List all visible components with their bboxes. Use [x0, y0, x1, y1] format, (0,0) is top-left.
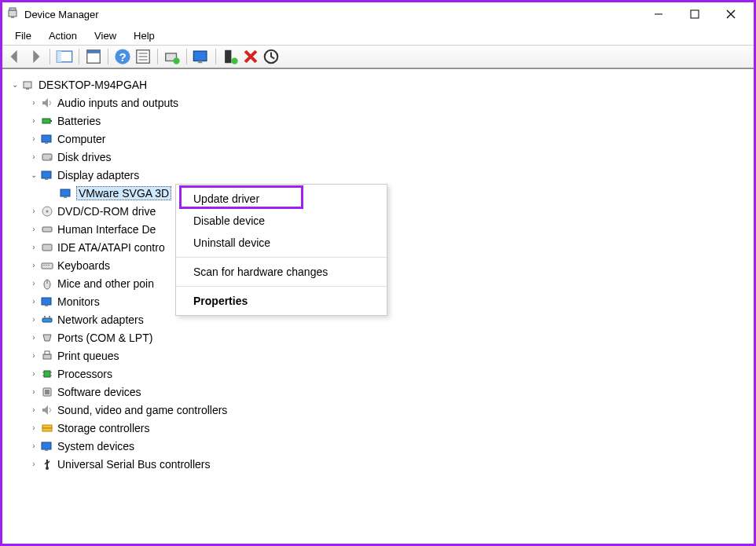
chevron-right-icon[interactable]: ›: [28, 223, 40, 236]
chevron-right-icon[interactable]: ›: [28, 151, 40, 163]
chevron-right-icon[interactable]: ›: [28, 97, 40, 109]
speaker-icon: [40, 403, 54, 417]
chevron-right-icon[interactable]: ›: [28, 386, 40, 398]
toolbar-separator: [50, 49, 50, 64]
chevron-right-icon[interactable]: ›: [28, 440, 40, 453]
monitor-icon: [40, 295, 54, 309]
svg-rect-48: [42, 318, 52, 322]
svg-rect-33: [45, 178, 48, 180]
window-title: Device Manager: [24, 9, 99, 20]
minimize-button[interactable]: [640, 2, 677, 26]
scan-hardware-button[interactable]: [262, 47, 281, 66]
storage-icon: [40, 421, 54, 435]
back-button[interactable]: [6, 47, 24, 66]
monitor-action-button[interactable]: [192, 47, 211, 66]
svg-rect-41: [43, 265, 45, 266]
forward-button[interactable]: [26, 47, 45, 66]
enable-device-button[interactable]: [221, 47, 240, 66]
svg-point-37: [46, 210, 49, 212]
disk-icon: [40, 150, 54, 164]
chevron-right-icon[interactable]: ›: [28, 458, 40, 471]
tree-node-audio[interactable]: ›Audio inputs and outputs: [6, 93, 754, 112]
svg-rect-34: [61, 189, 70, 196]
help-button[interactable]: ?: [113, 47, 132, 66]
usb-icon: [40, 457, 54, 471]
svg-rect-10: [87, 50, 101, 53]
svg-rect-29: [45, 142, 48, 144]
svg-rect-32: [42, 171, 51, 178]
chevron-right-icon[interactable]: ›: [28, 404, 40, 416]
close-button[interactable]: [713, 2, 749, 26]
speaker-icon: [40, 96, 54, 110]
tree-node-usb[interactable]: ›Universal Serial Bus controllers: [6, 455, 754, 473]
tree-node-storage[interactable]: ›Storage controllers: [6, 419, 754, 437]
tree-node-display[interactable]: ⌄Display adapters: [6, 166, 754, 184]
update-driver-button[interactable]: [163, 47, 182, 66]
software-icon: [40, 385, 54, 399]
chevron-right-icon[interactable]: ›: [28, 115, 40, 127]
network-icon: [40, 313, 54, 327]
tree-root-label: DESKTOP-M94PGAH: [39, 79, 147, 91]
context-menu: Update driver Disable device Uninstall d…: [175, 184, 387, 316]
svg-rect-38: [42, 227, 52, 232]
svg-rect-39: [42, 244, 52, 251]
tree-node-sound[interactable]: ›Sound, video and game controllers: [6, 401, 754, 419]
toolbar-separator: [215, 49, 216, 64]
tree-node-ports[interactable]: ›Ports (COM & LPT): [6, 328, 754, 346]
console-tree-button[interactable]: [55, 47, 74, 66]
tree-root[interactable]: ⌄ DESKTOP-M94PGAH: [6, 75, 754, 93]
chevron-right-icon[interactable]: ›: [28, 368, 40, 380]
chevron-right-icon[interactable]: ›: [28, 332, 40, 344]
tree-node-processors[interactable]: ›Processors: [6, 365, 754, 383]
svg-rect-28: [42, 135, 51, 142]
svg-rect-60: [42, 425, 52, 428]
tree-node-system[interactable]: ›System devices: [6, 437, 754, 455]
collapse-icon[interactable]: ⌄: [28, 169, 40, 181]
svg-rect-43: [48, 265, 50, 266]
properties-button[interactable]: [84, 47, 103, 66]
menu-action[interactable]: Action: [41, 28, 85, 43]
svg-point-64: [46, 467, 49, 470]
menu-view[interactable]: View: [86, 28, 124, 43]
toolbar-separator: [108, 49, 108, 64]
chevron-right-icon[interactable]: ›: [28, 133, 40, 145]
svg-rect-59: [45, 390, 50, 394]
chevron-right-icon[interactable]: ›: [28, 205, 40, 218]
svg-rect-42: [46, 265, 47, 266]
context-scan-hardware[interactable]: Scan for hardware changes: [176, 261, 387, 283]
chevron-right-icon[interactable]: ›: [28, 241, 40, 254]
menu-file[interactable]: File: [7, 28, 39, 43]
context-properties[interactable]: Properties: [176, 290, 387, 312]
tree-node-batteries[interactable]: ›Batteries: [6, 112, 754, 130]
chevron-right-icon[interactable]: ›: [28, 295, 40, 308]
uninstall-button[interactable]: [241, 47, 260, 66]
chevron-right-icon[interactable]: ›: [28, 259, 40, 272]
chevron-right-icon[interactable]: ›: [28, 422, 40, 434]
svg-rect-1: [11, 16, 14, 18]
tree-node-software[interactable]: ›Software devices: [6, 383, 754, 401]
context-uninstall-device[interactable]: Uninstall device: [176, 232, 387, 254]
tree-node-disk[interactable]: ›Disk drives: [6, 148, 754, 166]
chevron-right-icon[interactable]: ›: [28, 277, 40, 290]
context-separator: [176, 286, 387, 287]
titlebar: Device Manager: [2, 2, 754, 26]
context-disable-device[interactable]: Disable device: [176, 210, 387, 232]
mouse-icon: [40, 277, 54, 291]
action-settings-button[interactable]: [134, 47, 152, 66]
chevron-right-icon[interactable]: ›: [28, 350, 40, 362]
menu-help[interactable]: Help: [126, 28, 163, 43]
context-update-driver[interactable]: Update driver: [176, 188, 387, 210]
cpu-icon: [40, 367, 54, 381]
svg-rect-47: [45, 305, 48, 306]
port-icon: [40, 331, 54, 345]
tree-node-printq[interactable]: ›Print queues: [6, 346, 754, 365]
printer-icon: [40, 349, 54, 363]
chevron-right-icon[interactable]: ›: [28, 313, 40, 326]
maximize-button[interactable]: [677, 2, 713, 26]
toolbar-separator: [186, 49, 187, 64]
system-icon: [40, 439, 54, 453]
svg-rect-21: [225, 50, 231, 64]
collapse-icon[interactable]: ⌄: [9, 79, 21, 91]
svg-rect-25: [26, 88, 29, 90]
tree-node-computer[interactable]: ›Computer: [6, 130, 754, 148]
